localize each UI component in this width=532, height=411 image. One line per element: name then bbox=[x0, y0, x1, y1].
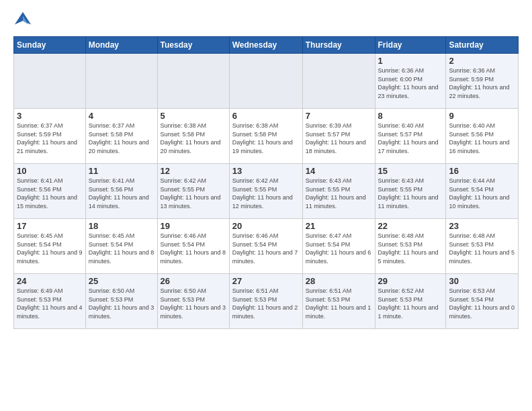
day-number: 14 bbox=[306, 166, 372, 176]
day-number: 29 bbox=[378, 276, 443, 286]
day-number: 19 bbox=[161, 221, 226, 231]
day-info: Sunrise: 6:37 AMSunset: 5:58 PMDaylight:… bbox=[89, 122, 154, 155]
calendar-cell: 2Sunrise: 6:36 AMSunset: 5:59 PMDaylight… bbox=[446, 54, 519, 109]
weekday-header: SundayMondayTuesdayWednesdayThursdayFrid… bbox=[14, 37, 519, 54]
calendar-cell: 22Sunrise: 6:48 AMSunset: 5:53 PMDayligh… bbox=[375, 219, 446, 274]
calendar-cell: 17Sunrise: 6:45 AMSunset: 5:54 PMDayligh… bbox=[14, 219, 86, 274]
calendar-cell bbox=[85, 54, 157, 109]
calendar-cell: 23Sunrise: 6:48 AMSunset: 5:53 PMDayligh… bbox=[446, 219, 519, 274]
weekday-thursday: Thursday bbox=[302, 37, 375, 54]
page: SundayMondayTuesdayWednesdayThursdayFrid… bbox=[0, 0, 532, 336]
day-info: Sunrise: 6:38 AMSunset: 5:58 PMDaylight:… bbox=[161, 122, 226, 155]
day-number: 16 bbox=[449, 166, 515, 176]
day-info: Sunrise: 6:47 AMSunset: 5:54 PMDaylight:… bbox=[306, 232, 372, 265]
day-info: Sunrise: 6:45 AMSunset: 5:54 PMDaylight:… bbox=[17, 232, 83, 265]
calendar-cell: 21Sunrise: 6:47 AMSunset: 5:54 PMDayligh… bbox=[302, 219, 375, 274]
day-number: 4 bbox=[89, 111, 154, 121]
calendar-row-1: 3Sunrise: 6:37 AMSunset: 5:59 PMDaylight… bbox=[14, 109, 519, 164]
calendar-cell bbox=[14, 54, 86, 109]
calendar-cell: 20Sunrise: 6:46 AMSunset: 5:54 PMDayligh… bbox=[229, 219, 302, 274]
calendar-cell: 24Sunrise: 6:49 AMSunset: 5:53 PMDayligh… bbox=[14, 274, 86, 329]
calendar-cell: 10Sunrise: 6:41 AMSunset: 5:56 PMDayligh… bbox=[14, 164, 86, 219]
calendar-cell: 3Sunrise: 6:37 AMSunset: 5:59 PMDaylight… bbox=[14, 109, 86, 164]
calendar-cell: 12Sunrise: 6:42 AMSunset: 5:55 PMDayligh… bbox=[157, 164, 229, 219]
day-number: 30 bbox=[449, 276, 515, 286]
calendar-cell: 6Sunrise: 6:38 AMSunset: 5:58 PMDaylight… bbox=[229, 109, 302, 164]
day-info: Sunrise: 6:36 AMSunset: 6:00 PMDaylight:… bbox=[378, 66, 443, 100]
calendar-row-2: 10Sunrise: 6:41 AMSunset: 5:56 PMDayligh… bbox=[14, 164, 519, 219]
day-number: 3 bbox=[17, 111, 83, 121]
day-number: 8 bbox=[378, 111, 443, 121]
calendar-cell: 29Sunrise: 6:52 AMSunset: 5:53 PMDayligh… bbox=[375, 274, 446, 329]
day-number: 13 bbox=[232, 166, 300, 176]
calendar-cell bbox=[229, 54, 302, 109]
day-number: 10 bbox=[17, 166, 83, 176]
day-info: Sunrise: 6:37 AMSunset: 5:59 PMDaylight:… bbox=[17, 122, 83, 155]
day-number: 11 bbox=[89, 166, 154, 176]
day-info: Sunrise: 6:53 AMSunset: 5:54 PMDaylight:… bbox=[449, 287, 515, 320]
calendar-row-4: 24Sunrise: 6:49 AMSunset: 5:53 PMDayligh… bbox=[14, 274, 519, 329]
calendar-cell: 13Sunrise: 6:42 AMSunset: 5:55 PMDayligh… bbox=[229, 164, 302, 219]
day-info: Sunrise: 6:38 AMSunset: 5:58 PMDaylight:… bbox=[232, 122, 300, 155]
day-info: Sunrise: 6:43 AMSunset: 5:55 PMDaylight:… bbox=[306, 177, 372, 210]
day-number: 6 bbox=[232, 111, 300, 121]
day-number: 23 bbox=[449, 221, 515, 231]
day-number: 28 bbox=[306, 276, 372, 286]
calendar-cell: 16Sunrise: 6:44 AMSunset: 5:54 PMDayligh… bbox=[446, 164, 519, 219]
calendar-cell bbox=[302, 54, 375, 109]
day-number: 12 bbox=[161, 166, 226, 176]
day-info: Sunrise: 6:48 AMSunset: 5:53 PMDaylight:… bbox=[449, 232, 515, 265]
day-info: Sunrise: 6:48 AMSunset: 5:53 PMDaylight:… bbox=[378, 232, 443, 265]
weekday-friday: Friday bbox=[375, 37, 446, 54]
weekday-monday: Monday bbox=[85, 37, 157, 54]
calendar-cell: 25Sunrise: 6:50 AMSunset: 5:53 PMDayligh… bbox=[85, 274, 157, 329]
logo bbox=[13, 11, 35, 30]
day-info: Sunrise: 6:44 AMSunset: 5:54 PMDaylight:… bbox=[449, 177, 515, 210]
day-number: 2 bbox=[449, 56, 515, 66]
day-info: Sunrise: 6:39 AMSunset: 5:57 PMDaylight:… bbox=[306, 122, 372, 155]
calendar-cell: 9Sunrise: 6:40 AMSunset: 5:56 PMDaylight… bbox=[446, 109, 519, 164]
calendar-row-0: 1Sunrise: 6:36 AMSunset: 6:00 PMDaylight… bbox=[14, 54, 519, 109]
day-info: Sunrise: 6:40 AMSunset: 5:57 PMDaylight:… bbox=[378, 122, 443, 155]
calendar-cell bbox=[157, 54, 229, 109]
day-info: Sunrise: 6:50 AMSunset: 5:53 PMDaylight:… bbox=[161, 287, 226, 320]
weekday-wednesday: Wednesday bbox=[229, 37, 302, 54]
day-info: Sunrise: 6:50 AMSunset: 5:53 PMDaylight:… bbox=[89, 287, 154, 320]
calendar-cell: 18Sunrise: 6:45 AMSunset: 5:54 PMDayligh… bbox=[85, 219, 157, 274]
calendar-cell: 28Sunrise: 6:51 AMSunset: 5:53 PMDayligh… bbox=[302, 274, 375, 329]
calendar-cell: 19Sunrise: 6:46 AMSunset: 5:54 PMDayligh… bbox=[157, 219, 229, 274]
weekday-sunday: Sunday bbox=[14, 37, 86, 54]
calendar-cell: 30Sunrise: 6:53 AMSunset: 5:54 PMDayligh… bbox=[446, 274, 519, 329]
day-number: 15 bbox=[378, 166, 443, 176]
day-number: 26 bbox=[161, 276, 226, 286]
day-number: 25 bbox=[89, 276, 154, 286]
calendar-row-3: 17Sunrise: 6:45 AMSunset: 5:54 PMDayligh… bbox=[14, 219, 519, 274]
day-info: Sunrise: 6:42 AMSunset: 5:55 PMDaylight:… bbox=[161, 177, 226, 210]
day-number: 22 bbox=[378, 221, 443, 231]
day-info: Sunrise: 6:36 AMSunset: 5:59 PMDaylight:… bbox=[449, 66, 515, 100]
calendar-cell: 15Sunrise: 6:43 AMSunset: 5:55 PMDayligh… bbox=[375, 164, 446, 219]
day-info: Sunrise: 6:42 AMSunset: 5:55 PMDaylight:… bbox=[232, 177, 300, 210]
day-info: Sunrise: 6:43 AMSunset: 5:55 PMDaylight:… bbox=[378, 177, 443, 210]
calendar-body: 1Sunrise: 6:36 AMSunset: 6:00 PMDaylight… bbox=[14, 54, 519, 329]
calendar-cell: 26Sunrise: 6:50 AMSunset: 5:53 PMDayligh… bbox=[157, 274, 229, 329]
day-number: 5 bbox=[161, 111, 226, 121]
day-info: Sunrise: 6:40 AMSunset: 5:56 PMDaylight:… bbox=[449, 122, 515, 155]
day-info: Sunrise: 6:46 AMSunset: 5:54 PMDaylight:… bbox=[161, 232, 226, 265]
day-number: 21 bbox=[306, 221, 372, 231]
calendar-cell: 1Sunrise: 6:36 AMSunset: 6:00 PMDaylight… bbox=[375, 54, 446, 109]
header bbox=[13, 11, 519, 30]
day-info: Sunrise: 6:51 AMSunset: 5:53 PMDaylight:… bbox=[306, 287, 372, 320]
day-info: Sunrise: 6:49 AMSunset: 5:53 PMDaylight:… bbox=[17, 287, 83, 320]
calendar-cell: 7Sunrise: 6:39 AMSunset: 5:57 PMDaylight… bbox=[302, 109, 375, 164]
day-number: 20 bbox=[232, 221, 300, 231]
day-number: 18 bbox=[89, 221, 154, 231]
calendar-cell: 8Sunrise: 6:40 AMSunset: 5:57 PMDaylight… bbox=[375, 109, 446, 164]
day-number: 17 bbox=[17, 221, 83, 231]
day-info: Sunrise: 6:45 AMSunset: 5:54 PMDaylight:… bbox=[89, 232, 154, 265]
calendar: SundayMondayTuesdayWednesdayThursdayFrid… bbox=[13, 36, 519, 329]
day-number: 27 bbox=[232, 276, 300, 286]
day-number: 1 bbox=[378, 56, 443, 66]
logo-icon bbox=[13, 11, 32, 30]
day-info: Sunrise: 6:46 AMSunset: 5:54 PMDaylight:… bbox=[232, 232, 300, 265]
